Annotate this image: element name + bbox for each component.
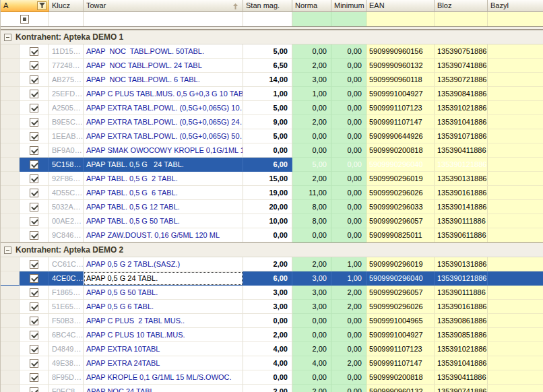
table-row[interactable]: F1865… APAP 0,5 G 50 TABL. 3,00 3,00 2,0…	[1, 286, 543, 300]
ean-cell[interactable]: 5909991004927	[366, 328, 435, 342]
ean-cell[interactable]: 5909990960118	[366, 73, 435, 87]
table-row[interactable]: 00AE2… APAP TABL. 0,5 G 50 TABL. 10,00 8…	[1, 214, 543, 228]
towar-cell[interactable]: APAP EXTRA 10TABL	[84, 342, 243, 356]
row-select-cell[interactable]	[20, 186, 49, 200]
ean-cell[interactable]: 5909990296019	[366, 257, 435, 271]
stan-mag-cell[interactable]: 6,50	[243, 59, 292, 73]
row-checkbox[interactable]	[30, 331, 38, 339]
row-select-cell[interactable]	[20, 73, 49, 87]
stan-mag-cell[interactable]: 6,00	[243, 158, 292, 172]
stan-mag-cell[interactable]: 9,00	[243, 115, 292, 129]
norma-cell[interactable]: 0,00	[292, 370, 331, 385]
bazyl-cell[interactable]	[488, 59, 543, 73]
bazyl-cell[interactable]	[488, 342, 543, 356]
row-checkbox[interactable]	[30, 288, 38, 297]
klucz-cell[interactable]: 4CE0C…	[49, 271, 84, 286]
klucz-cell[interactable]: 9C846…	[49, 228, 84, 242]
klucz-cell[interactable]: AB275…	[49, 73, 84, 87]
row-select-cell[interactable]	[20, 286, 49, 300]
towar-cell[interactable]: APAP TABL. 0,5 G 6 TABL.	[84, 186, 243, 200]
bazyl-cell[interactable]	[488, 300, 543, 314]
bloz-cell[interactable]: 135390141886	[435, 200, 488, 214]
norma-cell[interactable]: 3,00	[292, 300, 331, 314]
klucz-cell[interactable]: 6BC4C…	[49, 328, 84, 342]
row-select-cell[interactable]	[20, 228, 49, 242]
norma-cell[interactable]: 2,00	[292, 342, 331, 356]
norma-cell[interactable]: 3,00	[292, 73, 331, 87]
row-select-cell[interactable]	[20, 370, 49, 385]
bloz-cell[interactable]: 135390721886	[435, 73, 488, 87]
bazyl-cell[interactable]	[488, 101, 543, 115]
column-header-bazyl[interactable]: Bazyl	[488, 0, 543, 12]
row-checkbox[interactable]	[30, 274, 38, 283]
bazyl-cell[interactable]	[488, 356, 543, 370]
row-checkbox[interactable]	[30, 203, 38, 211]
bloz-cell[interactable]: 135390411886	[435, 143, 488, 158]
select-all-cell[interactable]	[1, 12, 49, 26]
bazyl-cell[interactable]	[488, 186, 543, 200]
towar-cell[interactable]: APAP SMAK OWOCOWY KROPLE 0,1G/1ML 15ML	[84, 143, 243, 158]
ean-cell[interactable]: 5909991107147	[366, 115, 435, 129]
minimum-cell[interactable]: 0,00	[331, 115, 366, 129]
table-row[interactable]: D4849… APAP EXTRA 10TABL 4,00 2,00 0,00 …	[1, 342, 543, 356]
filter-cell-stan[interactable]	[243, 12, 292, 26]
stan-mag-cell[interactable]: 0,00	[243, 143, 292, 158]
klucz-cell[interactable]: BF9A0…	[49, 143, 84, 158]
row-checkbox[interactable]	[30, 345, 38, 354]
bloz-cell[interactable]: 135390161886	[435, 186, 488, 200]
norma-cell[interactable]: 2,00	[292, 59, 331, 73]
bloz-cell[interactable]: 135390741886	[435, 59, 488, 73]
bloz-cell[interactable]: 135390411886	[435, 370, 488, 385]
ean-cell[interactable]: 5909990960132	[366, 59, 435, 73]
bazyl-cell[interactable]	[488, 87, 543, 101]
row-select-cell[interactable]	[20, 342, 49, 356]
norma-cell[interactable]: 1,00	[292, 87, 331, 101]
norma-cell[interactable]: 8,00	[292, 200, 331, 214]
klucz-cell[interactable]: 5C158…	[49, 158, 84, 172]
table-row[interactable]: 6BC4C… APAP C PLUS 10 TABL.MUS. 2,00 0,0…	[1, 328, 543, 342]
filter-cell-klucz[interactable]	[49, 12, 84, 26]
norma-cell[interactable]: 11,00	[292, 186, 331, 200]
ean-cell[interactable]: 5909991107123	[366, 101, 435, 115]
row-select-cell[interactable]	[20, 328, 49, 342]
stan-mag-cell[interactable]: 20,00	[243, 200, 292, 214]
bazyl-cell[interactable]	[488, 158, 543, 172]
row-checkbox[interactable]	[30, 47, 38, 56]
norma-cell[interactable]: 5,00	[292, 158, 331, 172]
klucz-cell[interactable]: 4D55C…	[49, 186, 84, 200]
norma-cell[interactable]: 2,00	[292, 385, 331, 392]
bazyl-cell[interactable]	[488, 257, 543, 271]
bloz-cell[interactable]: 135391041886	[435, 115, 488, 129]
ean-cell[interactable]: 5909990644926	[366, 129, 435, 143]
klucz-cell[interactable]: D4849…	[49, 342, 84, 356]
klucz-cell[interactable]: A2505…	[49, 101, 84, 115]
norma-cell[interactable]: 4,00	[292, 356, 331, 370]
ean-cell[interactable]: 5909990296057	[366, 214, 435, 228]
klucz-cell[interactable]: F0EC8…	[49, 385, 84, 392]
towar-cell[interactable]: APAP TABL. 0,5 G 12 TABL.	[84, 200, 243, 214]
row-checkbox[interactable]	[30, 373, 38, 382]
table-row[interactable]: 92F86… APAP TABL. 0,5 G 2 TABL. 15,00 2,…	[1, 172, 543, 186]
table-row[interactable]: 77248… APAP NOC TABL.POWL. 24 TABL 6,50 …	[1, 59, 543, 73]
bloz-cell[interactable]: 135390851886	[435, 328, 488, 342]
bazyl-cell[interactable]	[488, 44, 543, 59]
klucz-cell[interactable]: 5032A…	[49, 200, 84, 214]
bazyl-cell[interactable]	[488, 172, 543, 186]
bloz-cell[interactable]: 135391041886	[435, 356, 488, 370]
stan-mag-cell[interactable]: 3,00	[243, 300, 292, 314]
row-select-cell[interactable]	[20, 143, 49, 158]
table-row[interactable]: 1EEAB… APAP EXTRA TABL.POWL. (0,5G+0,065…	[1, 129, 543, 143]
filter-cell-bazyl[interactable]	[488, 12, 543, 26]
bloz-cell[interactable]: 135391021886	[435, 342, 488, 356]
stan-mag-cell[interactable]: 15,00	[243, 172, 292, 186]
row-select-cell[interactable]	[20, 129, 49, 143]
towar-cell[interactable]: APAP NOC TABL.POWL. 24 TABL	[84, 59, 243, 73]
bloz-cell[interactable]: 135390861886	[435, 314, 488, 328]
stan-mag-cell[interactable]: 0,00	[243, 228, 292, 242]
row-checkbox[interactable]	[30, 231, 38, 240]
minimum-cell[interactable]: 0,00	[331, 129, 366, 143]
ean-cell[interactable]: 5909990200818	[366, 143, 435, 158]
row-checkbox[interactable]	[30, 118, 38, 127]
bazyl-cell[interactable]	[488, 214, 543, 228]
norma-cell[interactable]: 0,00	[292, 328, 331, 342]
